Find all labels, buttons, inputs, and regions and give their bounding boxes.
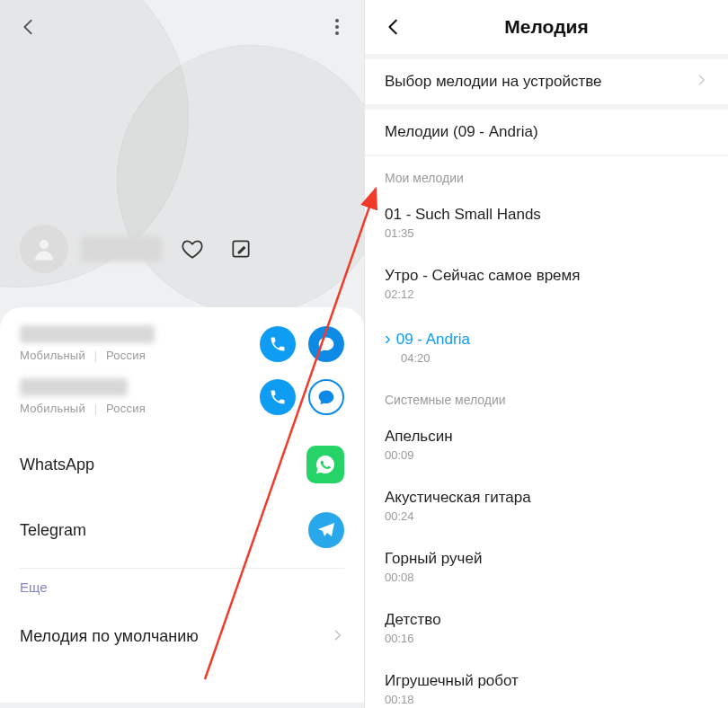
ringtone-item-selected[interactable]: › 09 - Andria 04:20: [365, 314, 728, 378]
ringtone-title: Детство: [385, 611, 708, 629]
row-label: Выбор мелодии на устройстве: [385, 73, 601, 91]
ringtone-item[interactable]: Утро - Сейчас самое время 02:12: [365, 253, 728, 314]
section-header-more: Еще: [20, 580, 344, 595]
ringtone-title: Игрушечный робот: [385, 672, 708, 690]
chevron-right-icon: [694, 73, 708, 91]
phone-type: Мобильный: [20, 402, 85, 415]
ringtone-duration: 00:16: [385, 632, 708, 645]
ringtone-title: Апельсин: [385, 428, 708, 446]
message-button[interactable]: [308, 326, 344, 362]
contact-detail-pane: Мобильный | Россия: [0, 0, 364, 708]
ringtone-item[interactable]: Апельсин 00:09: [365, 414, 728, 475]
favorite-button[interactable]: [174, 231, 210, 267]
ringtone-duration: 04:20: [401, 351, 708, 365]
phone-number-blurred: [20, 325, 155, 343]
ringtone-duration: 00:09: [385, 448, 708, 462]
more-options-button[interactable]: [326, 16, 348, 38]
ringtone-item[interactable]: Горный ручей 00:08: [365, 536, 728, 597]
telegram-icon: [308, 512, 344, 548]
ringtone-duration: 00:08: [385, 571, 708, 584]
ringtone-duration: 00:18: [385, 693, 708, 706]
whatsapp-icon: [306, 446, 344, 483]
phone-region: Россия: [106, 402, 146, 415]
contact-card: Мобильный | Россия: [0, 307, 364, 703]
ringtone-picker-pane: Мелодия Выбор мелодии на устройстве Мело…: [364, 0, 728, 708]
call-button[interactable]: [260, 379, 296, 415]
phone-entry: Мобильный | Россия: [20, 325, 344, 362]
ringtone-duration: 02:12: [385, 288, 708, 301]
divider: [20, 568, 344, 569]
whatsapp-row[interactable]: WhatsApp: [20, 431, 344, 498]
phone-region: Россия: [106, 349, 146, 362]
phone-entry: Мобильный | Россия: [20, 378, 344, 415]
phone-number-blurred: [20, 378, 128, 396]
ringtone-item[interactable]: Акустическая гитара 00:24: [365, 475, 728, 536]
pick-from-device-row[interactable]: Выбор мелодии на устройстве: [365, 59, 728, 104]
section-system-ringtones: Системные мелодии: [365, 378, 728, 414]
row-label: Мелодии (09 - Andria): [385, 123, 708, 141]
section-my-ringtones: Мои мелодии: [365, 156, 728, 192]
svg-point-0: [40, 240, 49, 249]
call-button[interactable]: [260, 326, 296, 362]
chevron-right-icon: [330, 628, 344, 646]
selected-indicator-icon: ›: [385, 328, 391, 349]
contact-name-blurred: [81, 236, 162, 261]
ringtone-item[interactable]: Игрушечный робот 00:18: [365, 659, 728, 708]
app-label: WhatsApp: [20, 456, 94, 474]
default-ringtone-label: Мелодия по умолчанию: [20, 627, 199, 646]
phone-type: Мобильный: [20, 349, 85, 362]
page-title: Мелодия: [365, 16, 728, 38]
default-ringtone-row[interactable]: Мелодия по умолчанию: [20, 624, 344, 655]
edit-button[interactable]: [223, 231, 259, 267]
app-label: Telegram: [20, 521, 86, 540]
telegram-row[interactable]: Telegram: [20, 498, 344, 562]
message-button[interactable]: [308, 379, 344, 415]
ringtone-item[interactable]: 01 - Such Small Hands 01:35: [365, 192, 728, 253]
ringtone-title: Утро - Сейчас самое время: [385, 267, 708, 285]
ringtone-title: Горный ручей: [385, 550, 708, 568]
decorative-circle: [117, 45, 364, 314]
ringtone-title: 01 - Such Small Hands: [385, 206, 708, 224]
ringtone-title: 09 - Andria: [396, 331, 470, 349]
current-ringtone-row[interactable]: Мелодии (09 - Andria): [365, 110, 728, 155]
ringtone-title: Акустическая гитара: [385, 489, 708, 507]
ringtone-item[interactable]: Детство 00:16: [365, 597, 728, 659]
ringtone-duration: 00:24: [385, 509, 708, 523]
avatar: [20, 225, 68, 273]
ringtone-duration: 01:35: [385, 226, 708, 240]
